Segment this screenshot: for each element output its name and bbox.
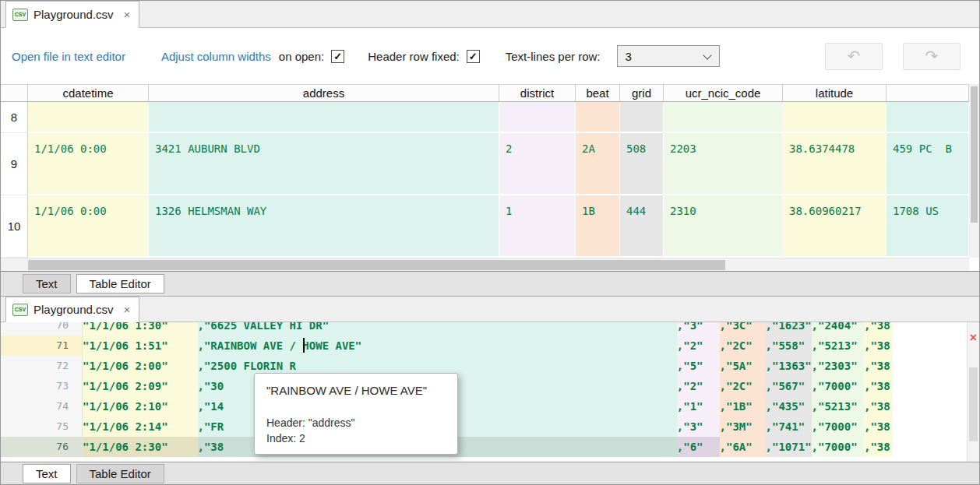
row-number[interactable]: 9 bbox=[1, 133, 28, 195]
field-cdatetime[interactable]: "1/1/06 2:00" bbox=[83, 356, 198, 376]
cell[interactable]: 508 bbox=[620, 133, 664, 195]
tab-text-bottom[interactable]: Text bbox=[23, 464, 71, 483]
row-number[interactable]: 8 bbox=[1, 102, 28, 133]
cell[interactable]: 1B bbox=[576, 195, 620, 258]
field-latitude[interactable]: ,"38 bbox=[864, 437, 893, 457]
code-line-76[interactable]: 76 "1/1/06 2:30","38,"6","6A","1071","70… bbox=[1, 437, 979, 457]
tab-table-editor-bottom[interactable]: Table Editor bbox=[76, 464, 164, 483]
cell[interactable] bbox=[664, 102, 783, 133]
adjust-column-widths-link[interactable]: Adjust column widths bbox=[161, 50, 271, 63]
column-header-beat[interactable]: beat bbox=[576, 85, 620, 101]
field-beat[interactable]: ,"3M" bbox=[720, 416, 766, 437]
document-tab-playground-csv[interactable]: CSV Playground.csv × bbox=[5, 1, 139, 28]
field-district[interactable]: ,"6" bbox=[677, 437, 720, 457]
horizontal-scrollbar-thumb[interactable] bbox=[28, 260, 725, 270]
field-grid[interactable]: ,"558" bbox=[766, 336, 812, 356]
open-file-in-text-editor-link[interactable]: Open file in text editor bbox=[12, 50, 125, 63]
column-header-partial[interactable] bbox=[887, 85, 969, 101]
cell[interactable]: 1708 US bbox=[887, 195, 969, 258]
cell[interactable]: 459 PC B bbox=[887, 133, 969, 195]
field-latitude[interactable]: ,"38 bbox=[864, 396, 893, 416]
horizontal-scrollbar[interactable] bbox=[1, 258, 969, 271]
field-beat[interactable]: ,"6A" bbox=[720, 437, 766, 457]
header-row-fixed-checkbox[interactable]: ✓ bbox=[467, 50, 480, 63]
field-district[interactable]: ,"2" bbox=[677, 376, 720, 396]
field-district[interactable]: ,"1" bbox=[677, 396, 720, 416]
editor-vertical-scrollbar-thumb[interactable] bbox=[969, 367, 978, 441]
field-cdatetime[interactable]: "1/1/06 1:51" bbox=[83, 336, 198, 356]
field-beat[interactable]: ,"3C" bbox=[720, 322, 766, 336]
field-grid[interactable]: ,"1071" bbox=[766, 437, 812, 457]
text-editor[interactable]: 70 "1/1/06 1:30","6625 VALLEY HI DR","3"… bbox=[1, 322, 979, 462]
on-open-checkbox[interactable]: ✓ bbox=[331, 50, 344, 63]
field-cdatetime[interactable]: "1/1/06 1:30" bbox=[83, 322, 198, 336]
cell[interactable]: 38.60960217 bbox=[783, 195, 887, 258]
field-cdatetime[interactable]: "1/1/06 2:30" bbox=[83, 437, 198, 457]
cell[interactable]: 1/1/06 0:00 bbox=[28, 133, 149, 195]
cell[interactable]: 1 bbox=[499, 195, 576, 258]
cell[interactable] bbox=[149, 102, 499, 133]
cell[interactable] bbox=[783, 102, 887, 133]
column-header-district[interactable]: district bbox=[499, 85, 576, 101]
text-lines-per-row-select[interactable]: 3 bbox=[617, 45, 720, 67]
field-ucr-code[interactable]: ,"2404" bbox=[812, 322, 864, 336]
field-ucr-code[interactable]: ,"5213" bbox=[812, 336, 864, 356]
field-latitude[interactable]: ,"38 bbox=[864, 356, 893, 376]
cell[interactable]: 1/1/06 0:00 bbox=[28, 195, 149, 258]
field-cdatetime[interactable]: "1/1/06 2:09" bbox=[83, 376, 198, 396]
row-number[interactable]: 10 bbox=[1, 195, 28, 258]
redo-button[interactable]: ↷ bbox=[903, 43, 961, 70]
field-cdatetime[interactable]: "1/1/06 2:14" bbox=[83, 416, 198, 437]
field-ucr-code[interactable]: ,"7000" bbox=[812, 376, 864, 396]
undo-button[interactable]: ↶ bbox=[825, 43, 883, 70]
cell[interactable]: 3421 AUBURN BLVD bbox=[149, 133, 499, 195]
code-line-75[interactable]: 75 "1/1/06 2:14","FR,"3","3M","741","700… bbox=[1, 416, 979, 437]
code-line-71[interactable]: 71 "1/1/06 1:51","RAINBOW AVE / HOWE AVE… bbox=[1, 336, 979, 356]
field-ucr-code[interactable]: ,"2303" bbox=[812, 356, 864, 376]
field-latitude[interactable]: ,"38 bbox=[864, 376, 893, 396]
cell[interactable]: 2 bbox=[499, 133, 576, 195]
field-beat[interactable]: ,"1B" bbox=[720, 396, 766, 416]
cell[interactable]: 1326 HELMSMAN WAY bbox=[149, 195, 499, 258]
field-district[interactable]: ,"3" bbox=[677, 322, 720, 336]
column-header-grid[interactable]: grid bbox=[620, 85, 664, 101]
field-grid[interactable]: ,"1623" bbox=[766, 322, 812, 336]
cell[interactable]: 2203 bbox=[664, 133, 783, 195]
field-latitude[interactable]: ,"38 bbox=[864, 416, 893, 437]
field-beat[interactable]: ,"5A" bbox=[720, 356, 766, 376]
cell[interactable]: 2A bbox=[576, 133, 620, 195]
code-line-74[interactable]: 74 "1/1/06 2:10","14,"1","1B","435","521… bbox=[1, 396, 979, 416]
field-latitude[interactable]: ,"38 bbox=[864, 322, 893, 336]
field-cdatetime[interactable]: "1/1/06 2:10" bbox=[83, 396, 198, 416]
cell[interactable]: 2310 bbox=[664, 195, 783, 258]
cell[interactable] bbox=[620, 102, 664, 133]
tab-table-editor[interactable]: Table Editor bbox=[76, 274, 164, 293]
tab-text[interactable]: Text bbox=[23, 274, 71, 293]
column-header-address[interactable]: address bbox=[149, 85, 499, 101]
field-district[interactable]: ,"2" bbox=[677, 336, 720, 356]
field-address[interactable]: ,"RAINBOW AVE / HOWE AVE" bbox=[198, 336, 677, 356]
field-district[interactable]: ,"3" bbox=[677, 416, 720, 437]
column-header-latitude[interactable]: latitude bbox=[783, 85, 887, 101]
field-ucr-code[interactable]: ,"5213" bbox=[812, 396, 864, 416]
field-ucr-code[interactable]: ,"7000" bbox=[812, 416, 864, 437]
code-line-70[interactable]: 70 "1/1/06 1:30","6625 VALLEY HI DR","3"… bbox=[1, 322, 979, 336]
cell[interactable] bbox=[499, 102, 576, 133]
code-line-73[interactable]: 73 "1/1/06 2:09","30,"2","2C","567","700… bbox=[1, 376, 979, 396]
cell[interactable]: 444 bbox=[620, 195, 664, 258]
field-address[interactable]: ,"6625 VALLEY HI DR" bbox=[198, 322, 677, 336]
document-tab-playground-csv-bottom[interactable]: CSV Playground.csv × bbox=[5, 297, 139, 322]
code-line-72[interactable]: 72 "1/1/06 2:00","2500 FLORIN R,"5","5A"… bbox=[1, 356, 979, 376]
field-ucr-code[interactable]: ,"7000" bbox=[812, 437, 864, 457]
tab-close-icon[interactable]: × bbox=[124, 9, 131, 20]
field-grid[interactable]: ,"567" bbox=[766, 376, 812, 396]
tab-close-icon[interactable]: × bbox=[124, 304, 131, 315]
field-latitude[interactable]: ,"38 bbox=[864, 336, 893, 356]
table-vertical-scrollbar-thumb[interactable] bbox=[971, 86, 978, 223]
column-header-cdatetime[interactable]: cdatetime bbox=[28, 85, 149, 101]
field-grid[interactable]: ,"741" bbox=[766, 416, 812, 437]
field-beat[interactable]: ,"2C" bbox=[720, 336, 766, 356]
table-vertical-scrollbar[interactable] bbox=[969, 84, 979, 258]
field-beat[interactable]: ,"2C" bbox=[720, 376, 766, 396]
cell[interactable]: 38.6374478 bbox=[783, 133, 887, 195]
